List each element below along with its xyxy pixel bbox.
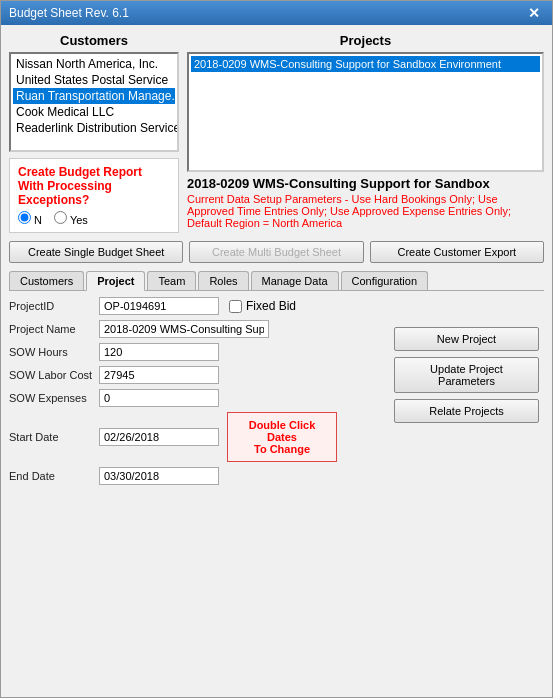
project-id-label: ProjectID (9, 300, 99, 312)
customers-label: Customers (9, 33, 179, 48)
end-date-label: End Date (9, 470, 99, 482)
radio-n[interactable] (18, 211, 31, 224)
form-left: ProjectID Fixed Bid Project Name SOW Hou… (9, 297, 386, 689)
sow-labor-cost-row: SOW Labor Cost (9, 366, 386, 384)
fixed-bid-row: Fixed Bid (229, 299, 296, 313)
create-multi-button[interactable]: Create Multi Budget Sheet (189, 241, 363, 263)
title-bar: Budget Sheet Rev. 6.1 ✕ (1, 1, 552, 25)
radio-yes[interactable] (54, 211, 67, 224)
tabs-bar: Customers Project Team Roles Manage Data… (9, 271, 544, 291)
customer-item[interactable]: Readerlink Distribution Services, (13, 120, 175, 136)
start-date-label: Start Date (9, 431, 99, 443)
main-content: Customers Nissan North America, Inc. Uni… (1, 25, 552, 697)
customer-item[interactable]: United States Postal Service (13, 72, 175, 88)
budget-report-title: Create Budget ReportWith ProcessingExcep… (18, 165, 170, 207)
project-name-label: Project Name (9, 323, 99, 335)
tab-configuration[interactable]: Configuration (341, 271, 428, 290)
customers-listbox[interactable]: Nissan North America, Inc. United States… (9, 52, 179, 152)
customers-group: Customers Nissan North America, Inc. Uni… (9, 33, 179, 233)
start-date-input[interactable] (99, 428, 219, 446)
projects-label: Projects (187, 33, 544, 48)
project-id-row: ProjectID Fixed Bid (9, 297, 386, 315)
form-right: New Project Update Project Parameters Re… (394, 297, 544, 689)
end-date-input[interactable] (99, 467, 219, 485)
radio-n-label[interactable]: N (18, 211, 42, 226)
tab-team[interactable]: Team (147, 271, 196, 290)
end-date-row: End Date (9, 467, 386, 485)
projects-listbox[interactable]: 2018-0209 WMS-Consulting Support for San… (187, 52, 544, 172)
start-date-row: Start Date Double Click DatesTo Change (9, 412, 386, 462)
project-info-title: 2018-0209 WMS-Consulting Support for San… (187, 176, 544, 191)
double-click-hint: Double Click DatesTo Change (227, 412, 337, 462)
tab-roles[interactable]: Roles (198, 271, 248, 290)
customer-item-selected[interactable]: Ruan Transportation Manage... (13, 88, 175, 104)
relate-projects-button[interactable]: Relate Projects (394, 399, 539, 423)
project-id-input[interactable] (99, 297, 219, 315)
sow-expenses-label: SOW Expenses (9, 392, 99, 404)
sow-hours-label: SOW Hours (9, 346, 99, 358)
sow-labor-cost-label: SOW Labor Cost (9, 369, 99, 381)
projects-group: Projects 2018-0209 WMS-Consulting Suppor… (187, 33, 544, 233)
fixed-bid-label: Fixed Bid (246, 299, 296, 313)
radio-yes-label[interactable]: Yes (54, 211, 88, 226)
project-info: 2018-0209 WMS-Consulting Support for San… (187, 172, 544, 233)
main-button-row: Create Single Budget Sheet Create Multi … (9, 241, 544, 263)
project-item-selected[interactable]: 2018-0209 WMS-Consulting Support for San… (191, 56, 540, 72)
update-project-params-button[interactable]: Update Project Parameters (394, 357, 539, 393)
close-button[interactable]: ✕ (524, 5, 544, 21)
project-name-input[interactable] (99, 320, 269, 338)
sow-hours-input[interactable] (99, 343, 219, 361)
radio-row: N Yes (18, 211, 170, 226)
tab-project[interactable]: Project (86, 271, 145, 291)
tab-customers[interactable]: Customers (9, 271, 84, 290)
customer-item[interactable]: Nissan North America, Inc. (13, 56, 175, 72)
form-area: ProjectID Fixed Bid Project Name SOW Hou… (9, 297, 544, 689)
radio-yes-text: Yes (70, 214, 88, 226)
customer-item[interactable]: Cook Medical LLC (13, 104, 175, 120)
radio-n-text: N (34, 214, 42, 226)
new-project-button[interactable]: New Project (394, 327, 539, 351)
sow-hours-row: SOW Hours (9, 343, 386, 361)
project-name-row: Project Name (9, 320, 386, 338)
sow-expenses-row: SOW Expenses (9, 389, 386, 407)
window-title: Budget Sheet Rev. 6.1 (9, 6, 129, 20)
project-params-text: Current Data Setup Parameters - Use Hard… (187, 193, 544, 229)
main-window: Budget Sheet Rev. 6.1 ✕ Customers Nissan… (0, 0, 553, 698)
create-customer-export-button[interactable]: Create Customer Export (370, 241, 544, 263)
sow-expenses-input[interactable] (99, 389, 219, 407)
create-single-button[interactable]: Create Single Budget Sheet (9, 241, 183, 263)
fixed-bid-checkbox[interactable] (229, 300, 242, 313)
tab-manage-data[interactable]: Manage Data (251, 271, 339, 290)
sow-labor-cost-input[interactable] (99, 366, 219, 384)
top-panels: Customers Nissan North America, Inc. Uni… (9, 33, 544, 233)
budget-report-section: Create Budget ReportWith ProcessingExcep… (9, 158, 179, 233)
